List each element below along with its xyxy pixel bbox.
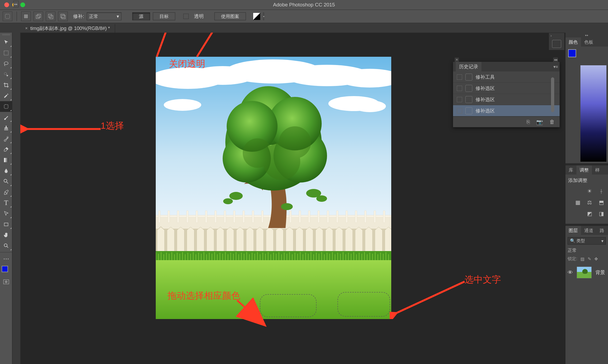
eraser-tool[interactable]	[0, 144, 12, 155]
svg-rect-5	[50, 16, 53, 19]
patch-tool-icon[interactable]	[3, 12, 12, 21]
pattern-picker-arrow[interactable]: ▾	[263, 13, 264, 20]
crop-tool[interactable]	[0, 80, 12, 90]
history-item-label: 修补选区	[476, 108, 495, 114]
color-tab[interactable]: 颜色	[565, 37, 581, 47]
dropdown-value: 类型	[576, 238, 585, 243]
history-item[interactable]: 修补选区	[453, 94, 560, 105]
divider	[17, 12, 17, 21]
brush-tool[interactable]	[0, 112, 12, 123]
snapshot-icon[interactable]: 📷	[536, 119, 543, 125]
lock-position-icon[interactable]: ✥	[594, 256, 598, 261]
eyedropper-tool[interactable]	[0, 90, 12, 101]
expand-toolbox-icon[interactable]: ▸▸	[13, 1, 19, 7]
maximize-window-icon[interactable]	[20, 2, 25, 7]
gradient-tool[interactable]	[0, 155, 12, 165]
rectangle-tool[interactable]	[0, 219, 12, 230]
history-tab[interactable]: 历史记录	[456, 62, 481, 71]
history-item[interactable]: 修补选区	[453, 83, 560, 94]
lock-transparent-icon[interactable]: ▨	[580, 256, 584, 261]
layers-panel-tabs: 图层 通道 路	[565, 226, 608, 235]
source-button[interactable]: 源	[132, 12, 150, 20]
collapse-dock-icon[interactable]: ▸▸	[565, 33, 608, 37]
use-pattern-button[interactable]: 使用图案	[214, 12, 246, 20]
quick-select-tool[interactable]	[0, 69, 12, 80]
panel-menu-icon[interactable]: ▾≡	[553, 64, 558, 69]
channels-tab[interactable]: 通道	[581, 226, 596, 235]
patch-mode-dropdown[interactable]: 正常 ▾	[87, 12, 121, 20]
color-spectrum[interactable]	[580, 65, 606, 162]
blur-tool[interactable]	[0, 165, 12, 176]
close-window-icon[interactable]	[4, 2, 9, 7]
trash-icon[interactable]: 🗑	[549, 119, 555, 125]
transparent-label: 透明	[194, 13, 204, 20]
stamp-tool[interactable]	[0, 123, 12, 133]
foreground-color-swatch[interactable]	[2, 266, 8, 272]
pen-tool[interactable]	[0, 187, 12, 198]
annotation-close-transparent: 关闭透明	[169, 58, 205, 70]
libraries-tab[interactable]: 库	[565, 165, 576, 175]
type-tool[interactable]: T	[0, 198, 12, 208]
hand-tool[interactable]	[0, 230, 12, 240]
foreground-color-swatch[interactable]	[568, 49, 576, 57]
marquee-tool[interactable]	[0, 48, 12, 58]
scrollbar-thumb[interactable]	[551, 77, 554, 112]
color-swatches[interactable]	[2, 266, 11, 275]
blend-mode-dropdown[interactable]: 正常	[568, 247, 606, 253]
close-tab-icon[interactable]: ×	[25, 26, 28, 31]
svg-rect-57	[336, 211, 338, 223]
edit-toolbar-icon[interactable]: ⋯	[0, 253, 12, 264]
history-visibility-icon[interactable]	[457, 86, 462, 91]
visibility-toggle-icon[interactable]: 👁	[568, 270, 573, 276]
svg-rect-45	[224, 211, 226, 223]
selection-intersect-icon[interactable]	[58, 12, 68, 21]
history-brush-tool[interactable]	[0, 133, 12, 144]
history-item[interactable]: 修补选区	[453, 105, 560, 116]
pattern-swatch[interactable]	[253, 13, 260, 20]
layer-thumbnail[interactable]	[577, 267, 592, 278]
panel-icon[interactable]	[552, 40, 561, 48]
move-tool[interactable]	[0, 37, 12, 48]
toolbox-handle[interactable]	[0, 33, 12, 37]
collapse-panel-icon[interactable]: ◂◂	[553, 58, 558, 62]
zoom-tool[interactable]	[0, 240, 12, 251]
history-visibility-icon[interactable]	[457, 108, 462, 113]
svg-rect-4	[48, 14, 52, 17]
brightness-icon[interactable]: ☀	[586, 187, 594, 195]
lock-paint-icon[interactable]: ✎	[588, 256, 591, 261]
selection-subtract-icon[interactable]	[46, 12, 55, 21]
collapsed-panel-strip[interactable]: ›	[549, 33, 565, 50]
transparent-checkbox[interactable]	[183, 14, 189, 19]
quick-mask-toggle[interactable]	[0, 276, 12, 287]
patch-tool[interactable]	[0, 101, 12, 112]
layers-tab[interactable]: 图层	[565, 226, 581, 235]
curves-icon[interactable]: ⬒	[597, 199, 605, 206]
posterize-icon[interactable]: ◨	[597, 210, 605, 217]
new-document-icon[interactable]: ⎘	[527, 119, 530, 125]
document-canvas[interactable]	[156, 57, 391, 319]
svg-point-11	[4, 62, 8, 65]
svg-rect-47	[243, 211, 245, 223]
adjustments-tab[interactable]: 调整	[576, 165, 592, 175]
close-panel-icon[interactable]: ×	[455, 58, 459, 62]
layer-filter-dropdown[interactable]: 🔍 类型 ▾	[568, 237, 606, 245]
history-visibility-icon[interactable]	[457, 97, 462, 102]
selection-new-icon[interactable]	[21, 12, 31, 21]
history-item[interactable]: 修补工具	[453, 71, 560, 83]
dodge-tool[interactable]	[0, 176, 12, 187]
levels-icon[interactable]: ⟊	[597, 187, 605, 195]
invert-icon[interactable]: ◩	[586, 210, 594, 217]
history-visibility-icon[interactable]	[457, 74, 462, 80]
path-select-tool[interactable]	[0, 208, 12, 219]
balance-icon[interactable]: ⚖	[586, 199, 594, 206]
selection-add-icon[interactable]	[33, 12, 43, 21]
target-button[interactable]: 目标	[153, 12, 175, 20]
layer-row[interactable]: 👁 背景	[568, 264, 606, 280]
document-tab[interactable]: × timg副本副本.jpg @ 100%(RGB/8#) *	[20, 24, 115, 33]
paths-tab[interactable]: 路	[596, 226, 607, 235]
styles-tab[interactable]: 样	[592, 165, 603, 175]
expand-icon[interactable]: ›	[550, 33, 552, 38]
swatches-tab[interactable]: 色板	[581, 37, 596, 47]
lasso-tool[interactable]	[0, 58, 12, 69]
exposure-icon[interactable]: ▦	[574, 199, 582, 206]
